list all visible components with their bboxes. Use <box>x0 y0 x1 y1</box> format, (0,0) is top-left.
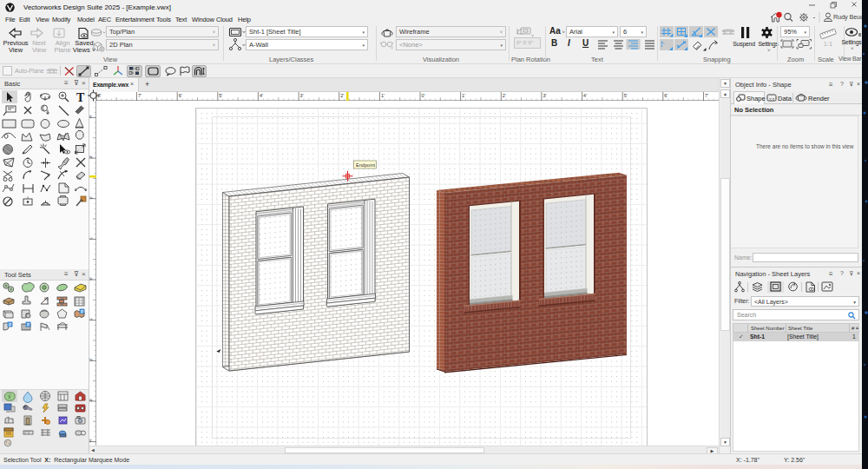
svg-text:2': 2' <box>340 93 344 98</box>
svg-text:Endpoint: Endpoint <box>356 162 376 168</box>
svg-text:4': 4' <box>89 439 93 442</box>
svg-text:T: T <box>76 91 85 104</box>
svg-text:2': 2' <box>503 93 506 98</box>
svg-text:1': 1' <box>381 93 385 98</box>
svg-text:0': 0' <box>422 93 425 98</box>
svg-text:3': 3' <box>89 398 93 401</box>
svg-text:3': 3' <box>300 93 304 98</box>
svg-text:4': 4' <box>89 115 93 118</box>
svg-text:1': 1' <box>89 236 93 240</box>
svg-text:%: % <box>44 296 49 301</box>
svg-text:3': 3' <box>542 93 546 98</box>
svg-text:5': 5' <box>219 93 222 98</box>
svg-text:5': 5' <box>624 93 628 98</box>
svg-text:6': 6' <box>664 93 667 98</box>
svg-text:P: P <box>27 323 30 327</box>
svg-text:3': 3' <box>89 155 93 158</box>
svg-text:P: P <box>81 310 83 314</box>
svg-text:4': 4' <box>260 93 263 98</box>
svg-text:7': 7' <box>138 93 141 98</box>
svg-text:7': 7' <box>705 93 708 98</box>
svg-text:4': 4' <box>583 93 587 98</box>
svg-text:1': 1' <box>462 93 465 98</box>
svg-text:1': 1' <box>89 317 93 320</box>
svg-text:P: P <box>9 323 11 327</box>
svg-text:2': 2' <box>89 195 93 199</box>
svg-text:0': 0' <box>89 276 93 280</box>
svg-text:6': 6' <box>179 93 182 98</box>
svg-text:2': 2' <box>89 358 93 361</box>
